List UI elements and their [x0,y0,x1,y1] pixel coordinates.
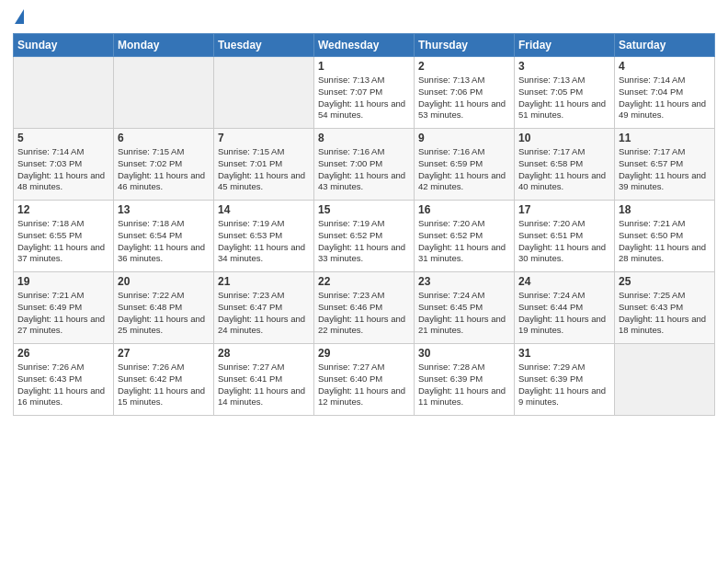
day-info: Sunrise: 7:18 AMSunset: 6:54 PMDaylight:… [118,218,210,265]
calendar-cell: 12Sunrise: 7:18 AMSunset: 6:55 PMDayligh… [14,201,114,272]
calendar-cell: 2Sunrise: 7:13 AMSunset: 7:06 PMDaylight… [415,57,515,129]
daylight: Daylight: 11 hours and 36 minutes. [118,242,205,264]
calendar-cell: 11Sunrise: 7:17 AMSunset: 6:57 PMDayligh… [615,129,715,201]
sunrise: Sunrise: 7:16 AM [418,146,484,156]
weekday-header-monday: Monday [114,34,214,57]
day-number: 30 [418,347,510,360]
day-number: 11 [619,132,711,144]
daylight: Daylight: 11 hours and 27 minutes. [17,314,105,336]
day-number: 31 [518,347,610,360]
day-info: Sunrise: 7:29 AMSunset: 6:39 PMDaylight:… [518,362,610,408]
sunset: Sunset: 6:46 PM [318,302,382,312]
sunrise: Sunrise: 7:20 AM [418,218,484,228]
week-row-3: 12Sunrise: 7:18 AMSunset: 6:55 PMDayligh… [14,201,715,272]
day-number: 17 [518,203,610,216]
day-number: 25 [619,275,711,288]
calendar-cell: 24Sunrise: 7:24 AMSunset: 6:44 PMDayligh… [515,272,615,344]
daylight: Daylight: 11 hours and 51 minutes. [518,98,606,121]
day-info: Sunrise: 7:15 AMSunset: 7:01 PMDaylight:… [218,146,310,193]
day-info: Sunrise: 7:17 AMSunset: 6:58 PMDaylight:… [518,146,610,193]
weekday-header-row: SundayMondayTuesdayWednesdayThursdayFrid… [14,34,715,57]
daylight: Daylight: 11 hours and 33 minutes. [318,242,405,264]
sunrise: Sunrise: 7:14 AM [619,75,685,85]
daylight: Daylight: 11 hours and 45 minutes. [218,170,305,192]
day-number: 23 [418,275,510,288]
day-info: Sunrise: 7:21 AMSunset: 6:50 PMDaylight:… [619,218,711,265]
calendar-cell [615,344,715,416]
sunrise: Sunrise: 7:17 AM [619,146,685,156]
sunrise: Sunrise: 7:27 AM [218,362,284,372]
calendar-cell: 25Sunrise: 7:25 AMSunset: 6:43 PMDayligh… [615,272,715,344]
day-info: Sunrise: 7:18 AMSunset: 6:55 PMDaylight:… [17,218,109,265]
calendar-cell: 7Sunrise: 7:15 AMSunset: 7:01 PMDaylight… [214,129,314,201]
day-number: 15 [318,203,410,216]
sunrise: Sunrise: 7:15 AM [118,146,184,156]
daylight: Daylight: 11 hours and 12 minutes. [318,385,405,408]
day-number: 21 [218,275,310,288]
daylight: Daylight: 11 hours and 37 minutes. [17,242,105,264]
sunrise: Sunrise: 7:24 AM [418,290,484,300]
sunrise: Sunrise: 7:27 AM [318,362,384,372]
day-number: 22 [318,275,410,288]
sunrise: Sunrise: 7:13 AM [418,75,484,85]
day-number: 4 [619,60,711,73]
sunrise: Sunrise: 7:28 AM [418,362,484,372]
day-number: 19 [17,275,109,288]
sunset: Sunset: 6:47 PM [218,302,282,312]
day-info: Sunrise: 7:27 AMSunset: 6:40 PMDaylight:… [318,362,410,408]
sunset: Sunset: 6:55 PM [17,230,82,240]
daylight: Daylight: 11 hours and 25 minutes. [118,314,205,336]
sunset: Sunset: 7:06 PM [418,86,483,97]
sunset: Sunset: 6:51 PM [518,230,583,240]
day-info: Sunrise: 7:14 AMSunset: 7:04 PMDaylight:… [619,75,711,121]
weekday-header-sunday: Sunday [14,34,114,57]
day-info: Sunrise: 7:20 AMSunset: 6:52 PMDaylight:… [418,218,510,265]
daylight: Daylight: 11 hours and 24 minutes. [218,314,305,336]
sunset: Sunset: 6:43 PM [619,302,683,312]
calendar-cell: 29Sunrise: 7:27 AMSunset: 6:40 PMDayligh… [314,344,415,416]
day-info: Sunrise: 7:20 AMSunset: 6:51 PMDaylight:… [518,218,610,265]
day-info: Sunrise: 7:14 AMSunset: 7:03 PMDaylight:… [17,146,109,193]
day-info: Sunrise: 7:13 AMSunset: 7:06 PMDaylight:… [418,75,510,121]
day-info: Sunrise: 7:25 AMSunset: 6:43 PMDaylight:… [619,290,711,337]
day-info: Sunrise: 7:13 AMSunset: 7:05 PMDaylight:… [518,75,610,121]
day-info: Sunrise: 7:17 AMSunset: 6:57 PMDaylight:… [619,146,711,193]
calendar-cell: 20Sunrise: 7:22 AMSunset: 6:48 PMDayligh… [114,272,214,344]
sunrise: Sunrise: 7:20 AM [518,218,585,228]
calendar-cell: 10Sunrise: 7:17 AMSunset: 6:58 PMDayligh… [515,129,615,201]
day-number: 18 [619,203,711,216]
daylight: Daylight: 11 hours and 16 minutes. [17,385,105,408]
day-info: Sunrise: 7:16 AMSunset: 6:59 PMDaylight:… [418,146,510,193]
day-number: 3 [518,60,610,73]
sunset: Sunset: 6:50 PM [619,230,683,240]
day-number: 10 [518,132,610,144]
calendar-cell: 14Sunrise: 7:19 AMSunset: 6:53 PMDayligh… [214,201,314,272]
sunrise: Sunrise: 7:21 AM [619,218,685,228]
sunset: Sunset: 6:57 PM [619,158,683,168]
calendar-cell: 19Sunrise: 7:21 AMSunset: 6:49 PMDayligh… [14,272,114,344]
sunset: Sunset: 7:04 PM [619,86,683,97]
sunrise: Sunrise: 7:21 AM [17,290,84,300]
sunrise: Sunrise: 7:24 AM [518,290,585,300]
calendar-cell [14,57,114,129]
daylight: Daylight: 11 hours and 28 minutes. [619,242,706,264]
day-number: 1 [318,60,410,73]
day-info: Sunrise: 7:23 AMSunset: 6:46 PMDaylight:… [318,290,410,337]
calendar-cell [214,57,314,129]
day-number: 9 [418,132,510,144]
sunset: Sunset: 7:03 PM [17,158,82,168]
day-info: Sunrise: 7:26 AMSunset: 6:43 PMDaylight:… [17,362,109,408]
sunset: Sunset: 6:53 PM [218,230,282,240]
sunrise: Sunrise: 7:26 AM [17,362,84,372]
sunrise: Sunrise: 7:23 AM [318,290,384,300]
calendar-cell: 26Sunrise: 7:26 AMSunset: 6:43 PMDayligh… [14,344,114,416]
calendar-cell: 5Sunrise: 7:14 AMSunset: 7:03 PMDaylight… [14,129,114,201]
sunrise: Sunrise: 7:14 AM [17,146,84,156]
daylight: Daylight: 11 hours and 9 minutes. [518,385,606,408]
daylight: Daylight: 11 hours and 19 minutes. [518,314,606,336]
sunrise: Sunrise: 7:17 AM [518,146,585,156]
logo-triangle-icon [15,9,24,24]
day-info: Sunrise: 7:28 AMSunset: 6:39 PMDaylight:… [418,362,510,408]
day-number: 8 [318,132,410,144]
sunrise: Sunrise: 7:15 AM [218,146,284,156]
